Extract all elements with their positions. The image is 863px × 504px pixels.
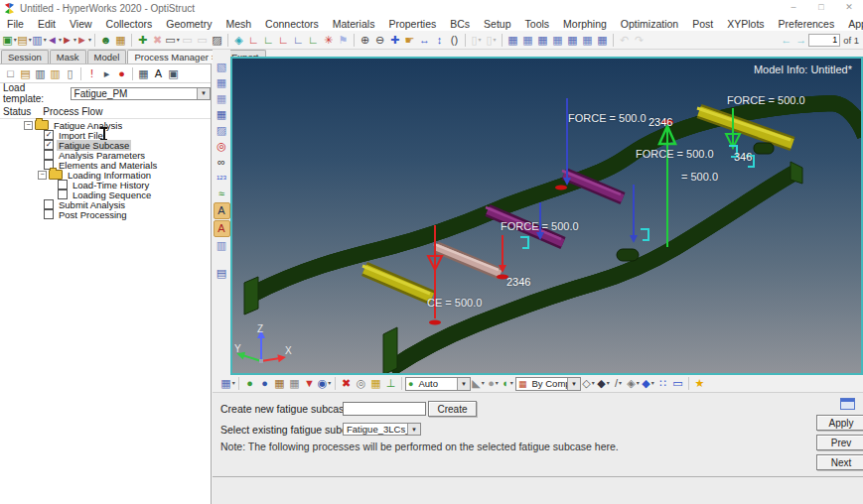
model-colors-icon[interactable]: ▦ [113, 32, 128, 48]
menu-materials[interactable]: Materials [326, 18, 382, 30]
chevron-down-icon[interactable]: ▾ [328, 376, 331, 391]
add-page-icon[interactable]: ✚ [135, 32, 150, 48]
chevron-down-icon[interactable]: ▾ [232, 376, 235, 391]
tree-item-fatigue-subcase[interactable]: ✓Fatigue Subcase [0, 140, 211, 150]
menu-setup[interactable]: Setup [477, 18, 517, 30]
tree-item-submit-analysis[interactable]: Submit Analysis [0, 199, 211, 209]
menu-view[interactable]: View [63, 18, 99, 30]
rotate-h-icon[interactable]: ↔ [417, 32, 432, 48]
tree-item-elements-and-materials[interactable]: Elements and Materials [0, 160, 211, 170]
menu-applications[interactable]: Applications [841, 18, 863, 30]
element-color-combo[interactable]: ▦By Comp▼ [515, 377, 581, 391]
mask-panel-icon[interactable]: ▦ [215, 107, 229, 122]
close-button[interactable]: ✕ [835, 0, 863, 16]
performance-icon[interactable]: ▭ [670, 376, 685, 392]
browser-icon[interactable]: ▦ [215, 75, 229, 90]
checked-checkbox-icon[interactable]: ✓ [44, 140, 54, 150]
save-as-icon[interactable]: ▥ [48, 65, 63, 81]
mask-entity-icon[interactable]: ◎ [354, 376, 368, 392]
import-icon[interactable]: ◄▾ [47, 32, 62, 48]
collapse-icon[interactable]: − [38, 171, 47, 180]
display-entity-icon[interactable]: ● [242, 376, 257, 392]
back-icon[interactable]: ← [779, 32, 793, 48]
save-session-icon[interactable]: ▥ [33, 65, 48, 81]
feature-line-icon[interactable]: /▾ [611, 376, 626, 392]
unmask-entity-icon[interactable]: ▦ [368, 376, 383, 392]
numbers-icon[interactable]: 123 [215, 171, 229, 186]
center-view-icon[interactable]: ✚ [387, 32, 402, 48]
chevron-down-icon[interactable]: ▾ [88, 33, 91, 48]
transparency-icon[interactable]: ◆▾ [641, 376, 655, 392]
page-number-input[interactable] [808, 34, 840, 47]
next-view-icon[interactable]: ▦ [550, 32, 565, 48]
checked-checkbox-icon[interactable]: ✓ [44, 130, 54, 140]
forward-icon[interactable]: → [793, 32, 808, 48]
tab-model[interactable]: Model [87, 50, 127, 63]
run-all-icon[interactable]: ! [84, 65, 99, 81]
menu-collectors[interactable]: Collectors [99, 18, 160, 30]
pan-view-icon[interactable]: ☛ [402, 32, 417, 48]
unchecked-checkbox-icon[interactable] [44, 150, 54, 160]
minimize-button[interactable]: – [780, 0, 807, 16]
display-board-icon[interactable]: ▤ [215, 266, 229, 281]
display-elements-icon[interactable]: ● [257, 376, 272, 392]
menu-properties[interactable]: Properties [381, 18, 443, 30]
menu-connectors[interactable]: Connectors [258, 18, 326, 30]
shaded-elem-icon[interactable]: ◆▾ [596, 376, 611, 392]
page-layout-icon[interactable]: ▭▾ [165, 32, 180, 48]
display-loads-icon[interactable]: ▼ [302, 376, 317, 392]
menu-preferences[interactable]: Preferences [772, 18, 842, 30]
create-button[interactable]: Create [428, 401, 477, 417]
menu-post[interactable]: Post [685, 18, 720, 30]
tree-item-post-processing[interactable]: Post Processing [0, 209, 211, 219]
topo-geom-icon[interactable]: ◐▾ [501, 376, 515, 392]
wire-elem-icon[interactable]: ◇▾ [581, 376, 596, 392]
view-top-icon[interactable]: ∟ [246, 32, 261, 48]
panel-window-icon[interactable] [840, 398, 855, 410]
template-icon[interactable]: ▣ [166, 65, 181, 81]
chevron-down-icon[interactable]: ▾ [607, 376, 610, 391]
geometry-shade-combo[interactable]: ●Auto▼ [405, 377, 471, 391]
view-iso-icon[interactable]: ✳ [321, 32, 336, 48]
menu-file[interactable]: File [0, 18, 31, 30]
utility-icon[interactable]: ▦ [215, 91, 229, 106]
new-subcase-input[interactable] [343, 402, 426, 416]
unchecked-checkbox-icon[interactable] [58, 189, 68, 199]
rotate-v-icon[interactable]: ↕ [432, 32, 447, 48]
run-step-icon[interactable]: ▸ [99, 65, 114, 81]
label-abc2-icon[interactable]: A [214, 220, 230, 237]
display-component-icon[interactable]: ▦ [272, 376, 287, 392]
menu-geometry[interactable]: Geometry [159, 18, 218, 30]
wireframe-geom-icon[interactable]: ◣▾ [471, 376, 486, 392]
stop-icon[interactable]: ◎ [215, 139, 229, 154]
chevron-down-icon[interactable]: ▼ [407, 424, 420, 435]
prev-view-icon[interactable]: ▦ [535, 32, 550, 48]
open-model-icon[interactable]: ▤▾ [17, 32, 32, 48]
view-bottom-icon[interactable]: ∟ [306, 32, 321, 48]
multi-color-icon[interactable]: ∷ [655, 376, 670, 392]
tab-process-manager-[interactable]: Process Manager × [127, 50, 223, 63]
menu-bcs[interactable]: BCs [443, 18, 477, 30]
search-binoculars-icon[interactable]: ∞ [215, 155, 229, 170]
organize-icon[interactable]: ▨ [215, 123, 229, 138]
existing-subcase-combo[interactable]: Fatigue_3LCs_Seam' ▼ [343, 423, 421, 436]
chevron-down-icon[interactable]: ▾ [510, 376, 513, 391]
font-icon[interactable]: A [151, 65, 166, 81]
notes-icon[interactable]: ▥ [215, 238, 229, 253]
save-model-icon[interactable]: ▥▾ [32, 32, 47, 48]
apply-button[interactable]: Apply [816, 415, 863, 431]
shaded-geom-icon[interactable]: ●▾ [486, 376, 501, 392]
menu-tools[interactable]: Tools [518, 18, 557, 30]
new-session-icon[interactable]: □ [3, 65, 18, 81]
unchecked-checkbox-icon[interactable] [44, 209, 54, 219]
next-button[interactable]: Next [816, 454, 863, 470]
tree-item-load-time-history[interactable]: Load-Time History [0, 180, 211, 189]
favorites-star-icon[interactable]: ★ [692, 376, 707, 392]
chevron-down-icon[interactable]: ▼ [457, 378, 470, 390]
label-abc-icon[interactable]: A [214, 202, 230, 219]
chevron-down-icon[interactable]: ▾ [637, 376, 640, 391]
menu-optimization[interactable]: Optimization [614, 18, 685, 30]
swap-page-icon[interactable]: ▨ [210, 32, 224, 48]
menu-mesh[interactable]: Mesh [218, 18, 258, 30]
maximize-button[interactable]: □ [807, 0, 835, 16]
